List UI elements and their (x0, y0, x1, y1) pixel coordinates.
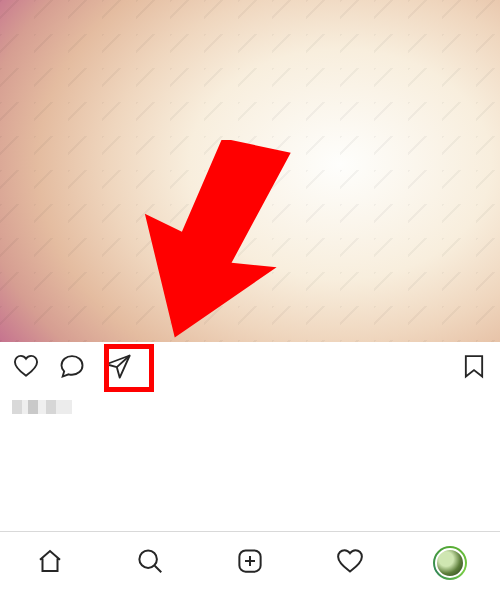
bookmark-icon (460, 352, 488, 384)
post-action-bar (0, 342, 500, 392)
nav-activity[interactable] (328, 541, 372, 585)
speech-bubble-icon (58, 352, 86, 384)
heart-icon (335, 546, 365, 580)
svg-point-0 (139, 550, 157, 568)
post-image[interactable] (0, 0, 500, 342)
nav-home[interactable] (28, 541, 72, 585)
heart-icon (12, 352, 40, 384)
plus-square-icon (235, 546, 265, 580)
comment-button[interactable] (56, 352, 88, 384)
nav-create[interactable] (228, 541, 272, 585)
annotation-arrow (140, 140, 300, 342)
avatar-icon (435, 548, 465, 578)
save-button[interactable] (458, 352, 490, 384)
paper-plane-icon (104, 352, 132, 384)
bottom-nav (0, 531, 500, 593)
post-caption-area (0, 392, 500, 512)
share-button[interactable] (102, 352, 134, 384)
like-button[interactable] (10, 352, 42, 384)
nav-search[interactable] (128, 541, 172, 585)
nav-profile[interactable] (428, 541, 472, 585)
username-redacted (12, 400, 72, 414)
avatar-ring (433, 546, 467, 580)
search-icon (135, 546, 165, 580)
home-icon (35, 546, 65, 580)
